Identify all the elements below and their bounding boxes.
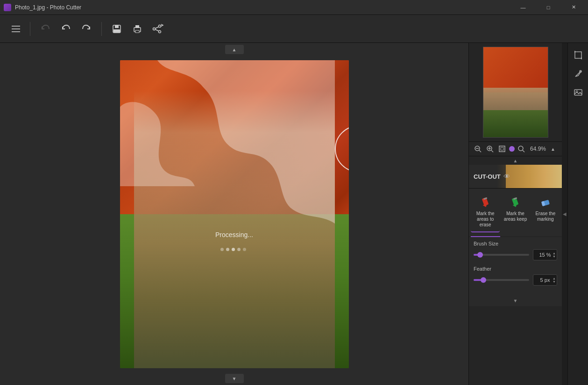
photo-container: Processing... [120, 60, 349, 368]
tool-erase-button[interactable]: Mark the areas to erase [471, 192, 500, 232]
panels-area: 64.9% ▲ ▲ CUT-OUT 👁 [468, 43, 588, 385]
feather-slider[interactable] [474, 279, 529, 281]
undo2-button[interactable] [57, 20, 75, 38]
svg-point-23 [518, 146, 523, 151]
divider-arrow: ◀ [563, 211, 567, 217]
brush-size-spinner[interactable]: ▲ ▼ [553, 250, 556, 260]
titlebar: Photo_1.jpg - Photo Cutter — □ ✕ [0, 0, 588, 15]
svg-rect-2 [12, 31, 20, 32]
crop-tool-button[interactable] [570, 47, 587, 63]
print-button[interactable] [128, 20, 147, 38]
cutout-label: CUT-OUT [474, 173, 501, 180]
canvas-area[interactable]: ▲ Processing... [0, 43, 468, 385]
close-button[interactable]: ✕ [563, 0, 584, 15]
eraser-tool-icon [539, 196, 552, 209]
thumbnail-image [483, 47, 548, 138]
erase-tool-icon [479, 196, 492, 209]
zoom-controls: 64.9% ▲ [469, 142, 562, 156]
brush-size-down[interactable]: ▼ [553, 255, 556, 258]
zoom-out-button[interactable] [473, 144, 483, 154]
feather-value[interactable]: 5 px ▲ ▼ [533, 274, 557, 286]
menu-button[interactable] [7, 21, 24, 37]
main-content: ▲ Processing... [0, 43, 588, 385]
redo-button[interactable] [77, 20, 96, 38]
cutout-visibility-toggle[interactable]: 👁 [503, 173, 510, 180]
minimize-button[interactable]: — [512, 0, 534, 15]
feather-down[interactable]: ▼ [553, 280, 556, 283]
zoom-fit-button[interactable] [497, 144, 507, 154]
thumbnail-area [469, 43, 562, 142]
canvas-nav-up[interactable]: ▲ [225, 45, 244, 54]
zoom-magnify-button[interactable] [516, 144, 526, 154]
svg-rect-22 [501, 147, 503, 150]
svg-rect-0 [12, 26, 20, 27]
collapse-up-row[interactable]: ▲ [469, 156, 562, 165]
save-button[interactable] [107, 20, 126, 38]
cutout-section: CUT-OUT 👁 [469, 165, 562, 189]
tool-eraser-button[interactable]: Erase the marking [531, 192, 560, 232]
undo-button[interactable] [36, 20, 55, 38]
svg-line-20 [491, 150, 493, 152]
maximize-button[interactable]: □ [538, 0, 559, 15]
photo-background: Processing... [120, 60, 349, 368]
cutout-preview [506, 165, 562, 188]
window-title: Photo_1.jpg - Photo Cutter [15, 4, 509, 11]
toolbar-separator [30, 22, 30, 36]
svg-rect-5 [113, 29, 120, 33]
keep-tool-icon [509, 196, 522, 209]
sidebar-icons [567, 43, 588, 385]
svg-rect-21 [499, 146, 505, 152]
tools-panel: 64.9% ▲ ▲ CUT-OUT 👁 [468, 43, 562, 385]
svg-rect-1 [12, 28, 20, 29]
svg-line-16 [479, 150, 481, 152]
brush-size-label: Brush Size [474, 241, 557, 246]
brush-size-up[interactable]: ▲ [553, 252, 556, 255]
processing-dots [220, 248, 246, 251]
zoom-slider[interactable] [510, 148, 513, 150]
feather-row: 5 px ▲ ▼ [474, 274, 557, 286]
collapse-down-row[interactable]: ▼ [469, 295, 562, 306]
svg-rect-33 [575, 52, 581, 58]
brush-size-value[interactable]: 15 % ▲ ▼ [533, 249, 557, 260]
app-icon [4, 4, 11, 11]
canvas-nav-down[interactable]: ▼ [225, 374, 244, 383]
zoom-percentage: 64.9% [528, 146, 546, 152]
toolbar-separator-2 [101, 22, 102, 36]
tool-buttons: Mark the areas to erase Mark the areas k… [469, 189, 562, 236]
zoom-in-button[interactable] [485, 144, 495, 154]
panel-divider[interactable]: ◀ [562, 43, 567, 385]
svg-line-24 [523, 150, 524, 152]
eraser-tool-label: Erase the marking [533, 211, 558, 222]
zoom-collapse-button[interactable]: ▲ [548, 144, 558, 154]
feather-label: Feather [474, 266, 557, 272]
processing-text: Processing... [215, 231, 253, 238]
erase-tool-label: Mark the areas to erase [473, 211, 498, 228]
svg-point-10 [159, 30, 161, 33]
cutout-header: CUT-OUT 👁 [469, 165, 562, 188]
share-button[interactable] [149, 20, 167, 38]
brush-settings: Brush Size 15 % ▲ ▼ Feather [469, 237, 562, 295]
svg-line-12 [156, 27, 159, 28]
tool-keep-button[interactable]: Mark the areas keep [501, 192, 530, 232]
svg-rect-8 [135, 30, 139, 33]
keep-tool-label: Mark the areas keep [503, 211, 528, 222]
toolbar [0, 15, 588, 43]
brush-size-row: 15 % ▲ ▼ [474, 249, 557, 260]
feather-spinner[interactable]: ▲ ▼ [553, 275, 556, 285]
svg-rect-37 [574, 90, 582, 95]
brush-size-slider[interactable] [474, 254, 529, 256]
svg-point-11 [153, 28, 156, 30]
svg-line-13 [156, 29, 159, 31]
svg-rect-4 [115, 25, 119, 28]
feather-up[interactable]: ▲ [553, 277, 556, 280]
image-tool-button[interactable] [570, 84, 587, 101]
svg-rect-7 [135, 25, 139, 28]
pen-tool-button[interactable] [570, 65, 587, 82]
